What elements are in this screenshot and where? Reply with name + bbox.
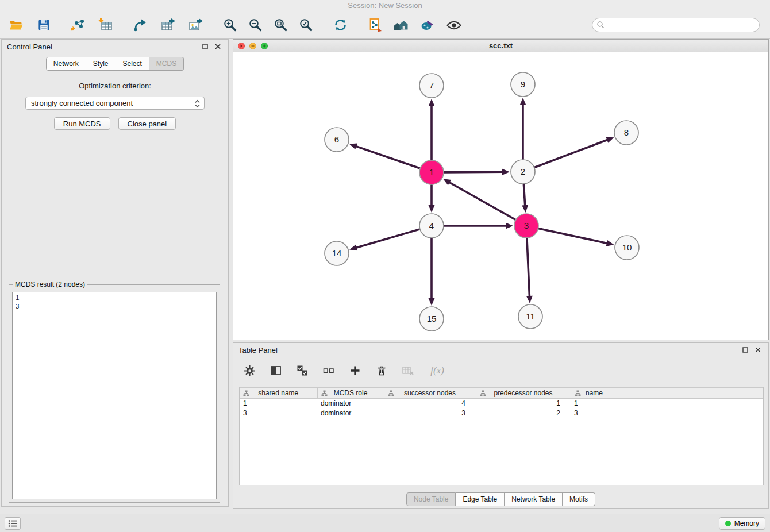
tab-node-table[interactable]: Node Table <box>406 492 456 506</box>
cell-shared-name[interactable]: 1 <box>240 399 317 409</box>
show-hide-button[interactable] <box>445 16 463 34</box>
column-header-mcds-role[interactable]: MCDS role <box>317 388 384 399</box>
search-input[interactable] <box>592 18 760 32</box>
export-image-button[interactable] <box>186 16 205 34</box>
graph-edge-3-11[interactable] <box>527 238 530 297</box>
cell-shared-name[interactable]: 3 <box>240 408 317 418</box>
graph-edge-4-14[interactable] <box>356 229 419 248</box>
graph-edge-3-10[interactable] <box>538 229 607 244</box>
mcds-panel-body: Optimization criterion: strongly connect… <box>2 71 228 130</box>
maximize-table-panel-button[interactable] <box>740 345 750 355</box>
tab-style[interactable]: Style <box>86 57 116 71</box>
export-table-button[interactable] <box>159 16 177 34</box>
node-table: shared nameMCDS rolesuccessor nodesprede… <box>240 387 763 418</box>
close-panel-button[interactable] <box>213 41 223 52</box>
cell-mcds-role[interactable]: dominator <box>317 399 384 409</box>
network-document-button[interactable] <box>365 16 384 34</box>
control-panel-tabs: NetworkStyleSelectMCDS <box>2 57 228 71</box>
cell-name[interactable]: 3 <box>571 408 618 418</box>
mcds-result-list[interactable]: 13 <box>12 292 217 499</box>
table-panel: Table Panel <box>233 342 769 509</box>
column-header-predecessor-nodes[interactable]: predecessor nodes <box>476 388 571 399</box>
graph-node-label: 8 <box>624 128 629 137</box>
table-panel-title: Table Panel <box>238 346 278 354</box>
houses-icon <box>393 18 409 33</box>
column-header-name[interactable]: name <box>571 388 618 399</box>
zoom-in-button[interactable] <box>221 16 239 34</box>
graph-node-label: 6 <box>334 134 339 144</box>
task-history-button[interactable] <box>5 517 21 530</box>
import-network-icon <box>71 17 86 33</box>
column-attribute-icon <box>575 390 581 396</box>
graph-edge-arrow <box>349 245 357 251</box>
control-panel-tabs-row: NetworkStyleSelectMCDS <box>2 53 228 71</box>
close-table-panel-button[interactable] <box>753 345 763 355</box>
column-header-successor-nodes[interactable]: successor nodes <box>384 388 476 399</box>
show-columns-button[interactable] <box>269 364 283 377</box>
tab-network[interactable]: Network <box>46 57 86 71</box>
open-folder-icon <box>9 18 24 33</box>
tab-mcds[interactable]: MCDS <box>149 57 184 71</box>
memory-button[interactable]: Memory <box>719 517 765 530</box>
tab-edge-table[interactable]: Edge Table <box>456 492 505 506</box>
table-row[interactable]: 3dominator323 <box>240 408 763 418</box>
zoom-in-icon <box>223 18 237 32</box>
cell-mcds-role[interactable]: dominator <box>317 408 384 418</box>
export-network-button[interactable] <box>131 16 149 34</box>
unselect-all-icon <box>323 365 334 376</box>
graph-edge-arrow <box>606 137 614 143</box>
window-zoom-button[interactable] <box>261 43 268 49</box>
cell-predecessor-nodes[interactable]: 1 <box>476 399 571 409</box>
select-all-columns-button[interactable] <box>295 364 309 377</box>
table-row[interactable]: 1dominator411 <box>240 399 763 409</box>
function-builder-button[interactable]: f(x) <box>428 364 447 377</box>
home-neighborhood-button[interactable] <box>392 16 410 34</box>
cell-name[interactable]: 1 <box>571 399 618 409</box>
import-table-button[interactable] <box>97 16 115 34</box>
close-panel-action-button[interactable]: Close panel <box>118 117 176 130</box>
zoom-out-button[interactable] <box>246 16 264 34</box>
tab-motifs[interactable]: Motifs <box>563 492 595 506</box>
float-panel-button[interactable] <box>200 41 210 52</box>
graph-node-label: 2 <box>521 167 525 176</box>
graph-edge-2-8[interactable] <box>535 140 609 167</box>
delete-column-button[interactable] <box>375 364 388 377</box>
window-minimize-button[interactable] <box>249 43 256 49</box>
tab-select[interactable]: Select <box>116 57 149 71</box>
graph-edge-1-2[interactable] <box>444 172 503 172</box>
graph-edge-arrow <box>429 298 435 306</box>
column-attribute-icon <box>480 390 486 396</box>
network-canvas[interactable]: 7968124314101511 <box>233 52 768 340</box>
zoom-fit-button[interactable] <box>271 16 290 34</box>
export-group <box>131 16 205 34</box>
unselect-all-columns-button[interactable] <box>322 364 336 377</box>
zoom-selected-button[interactable] <box>297 16 315 34</box>
network-graph-svg: 7968124314101511 <box>233 52 768 340</box>
cell-successor-nodes[interactable]: 4 <box>384 399 476 409</box>
window-close-button[interactable] <box>238 43 245 49</box>
graph-edge-1-6[interactable] <box>355 146 419 168</box>
save-session-button[interactable] <box>34 16 53 34</box>
table-settings-button[interactable] <box>242 364 256 377</box>
cell-predecessor-nodes[interactable]: 2 <box>476 408 571 418</box>
graph-edge-2-3[interactable] <box>523 184 525 206</box>
tab-network-table[interactable]: Network Table <box>505 492 563 506</box>
network-window-titlebar: scc.txt <box>233 40 768 52</box>
delete-table-button[interactable] <box>401 364 415 377</box>
refresh-button[interactable] <box>331 16 349 34</box>
network-window-title: scc.txt <box>233 41 768 50</box>
graph-edge-3-1[interactable] <box>449 182 515 220</box>
criterion-dropdown[interactable]: strongly connected component <box>25 97 205 110</box>
plus-icon <box>349 365 361 376</box>
paint-icon <box>420 17 436 33</box>
style-paint-button[interactable] <box>418 16 437 34</box>
import-network-button[interactable] <box>69 16 87 34</box>
export-network-icon <box>133 17 148 33</box>
create-column-button[interactable] <box>348 364 362 377</box>
run-mcds-button[interactable]: Run MCDS <box>54 117 110 130</box>
open-session-button[interactable] <box>7 16 25 34</box>
cell-successor-nodes[interactable]: 3 <box>384 408 476 418</box>
column-header-shared-name[interactable]: shared name <box>240 388 317 399</box>
graph-node-label: 10 <box>622 242 632 252</box>
zoom-out-icon <box>248 18 263 32</box>
